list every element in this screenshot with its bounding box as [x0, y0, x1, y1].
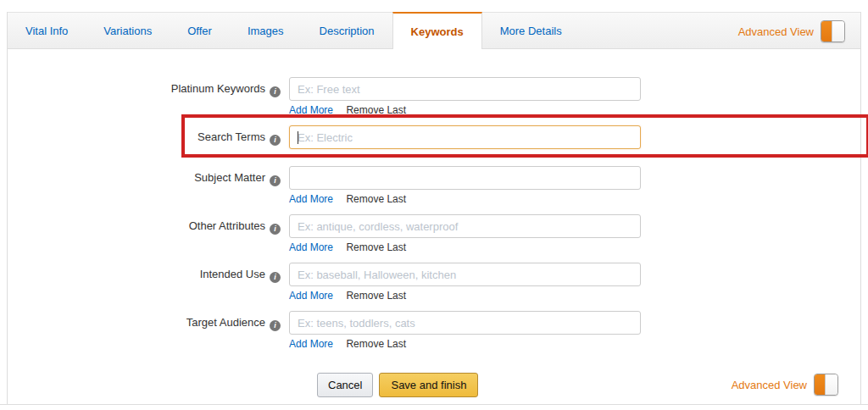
search-terms-input[interactable] — [289, 125, 641, 149]
remove-last-link[interactable]: Remove Last — [346, 104, 406, 116]
keywords-tab-panel: Vital Info Variations Offer Images Descr… — [7, 12, 861, 404]
form-row-subject-matter: Subject Matteri Add More Remove Last — [8, 166, 860, 206]
form-row-platinum-keywords: Platinum Keywordsi Add More Remove Last — [8, 77, 860, 117]
field-label: Intended Usei — [8, 263, 281, 302]
cancel-button[interactable]: Cancel — [317, 373, 373, 397]
advanced-view-toggle[interactable] — [821, 20, 845, 42]
form-footer: Cancel Save and finish Advanced View — [8, 373, 860, 400]
save-and-finish-button[interactable]: Save and finish — [379, 373, 478, 397]
platinum-keywords-input[interactable] — [289, 77, 641, 101]
advanced-view-label: Advanced View — [738, 25, 814, 38]
info-icon[interactable]: i — [270, 272, 281, 283]
remove-last-link[interactable]: Remove Last — [346, 290, 406, 302]
info-icon[interactable]: i — [270, 135, 281, 146]
field-label: Search Termsi — [8, 125, 281, 149]
tab-keywords[interactable]: Keywords — [392, 12, 482, 49]
tab-vital-info[interactable]: Vital Info — [8, 13, 86, 48]
tab-offer[interactable]: Offer — [170, 13, 230, 48]
tab-images[interactable]: Images — [230, 13, 302, 48]
form-row-other-attributes: Other Attributesi Add More Remove Last — [8, 214, 860, 254]
remove-last-link[interactable]: Remove Last — [346, 193, 406, 205]
tab-description[interactable]: Description — [302, 13, 392, 48]
form-row-search-terms: Search Termsi — [8, 125, 860, 149]
advanced-view-control-top: Advanced View — [738, 13, 845, 50]
advanced-view-toggle[interactable] — [814, 374, 838, 396]
target-audience-input[interactable] — [289, 311, 641, 335]
toggle-knob — [825, 374, 837, 395]
text-cursor — [298, 131, 298, 144]
field-label: Subject Matteri — [8, 166, 281, 206]
form-row-intended-use: Intended Usei Add More Remove Last — [8, 263, 860, 302]
add-more-link[interactable]: Add More — [289, 290, 333, 302]
subject-matter-input[interactable] — [289, 166, 641, 190]
info-icon[interactable]: i — [270, 320, 281, 331]
info-icon[interactable]: i — [270, 86, 281, 97]
advanced-view-control-bottom: Advanced View — [732, 374, 838, 396]
page-bottom-divider — [0, 404, 868, 405]
tab-bar: Vital Info Variations Offer Images Descr… — [8, 12, 860, 49]
platinum-keywords-label: Platinum Keywords — [171, 82, 265, 95]
target-audience-label: Target Audience — [186, 316, 265, 329]
intended-use-label: Intended Use — [200, 268, 265, 280]
intended-use-input[interactable] — [289, 263, 641, 286]
other-attributes-label: Other Attributes — [189, 219, 265, 232]
field-label: Target Audiencei — [8, 311, 281, 351]
add-more-link[interactable]: Add More — [289, 241, 333, 253]
other-attributes-input[interactable] — [289, 214, 641, 238]
advanced-view-label: Advanced View — [732, 379, 807, 391]
search-terms-label: Search Terms — [198, 130, 265, 143]
remove-last-link[interactable]: Remove Last — [346, 241, 406, 253]
form-row-target-audience: Target Audiencei Add More Remove Last — [8, 311, 860, 351]
remove-last-link[interactable]: Remove Last — [346, 338, 406, 350]
tab-variations[interactable]: Variations — [86, 13, 170, 48]
field-label: Platinum Keywordsi — [8, 77, 281, 117]
info-icon[interactable]: i — [270, 224, 281, 235]
add-more-link[interactable]: Add More — [289, 193, 333, 205]
field-label: Other Attributesi — [8, 214, 281, 254]
toggle-knob — [832, 21, 844, 42]
tab-more-details[interactable]: More Details — [482, 13, 580, 48]
keywords-form: Platinum Keywordsi Add More Remove Last … — [8, 49, 860, 351]
add-more-link[interactable]: Add More — [289, 104, 333, 116]
subject-matter-label: Subject Matter — [194, 171, 265, 184]
add-more-link[interactable]: Add More — [289, 338, 333, 350]
info-icon[interactable]: i — [270, 175, 281, 186]
